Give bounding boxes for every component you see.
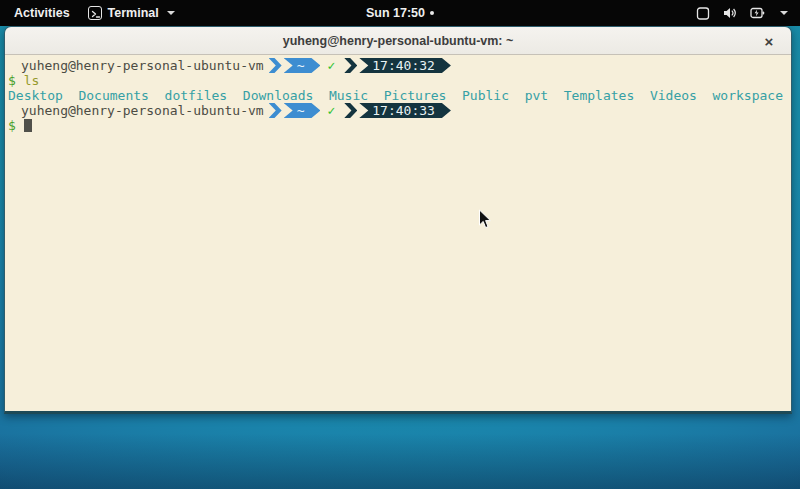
terminal-window: yuheng@henry-personal-ubuntu-vm: ~ × yuh… (4, 26, 792, 414)
text-cursor (24, 119, 32, 132)
directory-item: Pictures (384, 88, 447, 103)
notification-dot-icon (430, 11, 434, 15)
powerline-chevron-icon (344, 58, 357, 73)
input-line: $ (8, 118, 791, 133)
prompt-time-segment: 17:40:32 (359, 58, 451, 73)
top-bar: Activities Terminal Sun 17:50 (0, 0, 800, 26)
directory-item: Documents (78, 88, 148, 103)
activities-button[interactable]: Activities (10, 4, 74, 22)
directory-item: Downloads (243, 88, 313, 103)
directory-item: Public (462, 88, 509, 103)
directory-item: Videos (650, 88, 697, 103)
close-button[interactable]: × (757, 27, 781, 55)
directory-item: workspace (713, 88, 783, 103)
command-line: $ls (8, 73, 791, 88)
powerline-chevron-icon (344, 103, 357, 118)
battery-charging-icon (750, 7, 765, 19)
directory-item: Templates (564, 88, 634, 103)
ls-output-line: Desktop Documents dotfiles Downloads Mus… (8, 88, 791, 103)
prompt-user: yuheng@henry-personal-ubuntu-vm (8, 103, 264, 118)
prompt-line-1: yuheng@henry-personal-ubuntu-vm ~ ✓ 17:4… (8, 58, 791, 73)
app-menu-terminal[interactable]: Terminal (88, 6, 175, 20)
directory-item: Desktop (8, 88, 63, 103)
terminal-body[interactable]: yuheng@henry-personal-ubuntu-vm ~ ✓ 17:4… (5, 55, 791, 411)
clock-button[interactable]: Sun 17:50 (366, 6, 425, 20)
window-title: yuheng@henry-personal-ubuntu-vm: ~ (283, 34, 514, 48)
prompt-symbol: $ (8, 73, 16, 88)
directory-item: dotfiles (165, 88, 228, 103)
prompt-line-2: yuheng@henry-personal-ubuntu-vm ~ ✓ 17:4… (8, 103, 791, 118)
prompt-user: yuheng@henry-personal-ubuntu-vm (8, 58, 264, 73)
directory-item: pvt (525, 88, 548, 103)
display-icon (696, 7, 710, 20)
prompt-time-segment: 17:40:33 (359, 103, 451, 118)
success-check-icon: ✓ (327, 58, 335, 73)
prompt-symbol: $ (8, 118, 16, 133)
directory-item: Music (329, 88, 368, 103)
prompt-path-segment: ~ (284, 58, 321, 73)
terminal-icon (88, 6, 102, 20)
app-menu-label: Terminal (108, 6, 159, 20)
system-tray[interactable] (696, 7, 800, 20)
powerline-chevron-icon (269, 103, 282, 118)
window-titlebar[interactable]: yuheng@henry-personal-ubuntu-vm: ~ × (5, 27, 791, 55)
chevron-down-icon (167, 11, 175, 15)
chevron-down-icon (780, 11, 788, 15)
volume-icon (723, 7, 737, 19)
typed-command: ls (24, 73, 40, 88)
powerline-chevron-icon (269, 58, 282, 73)
prompt-path-segment: ~ (284, 103, 321, 118)
success-check-icon: ✓ (327, 103, 335, 118)
